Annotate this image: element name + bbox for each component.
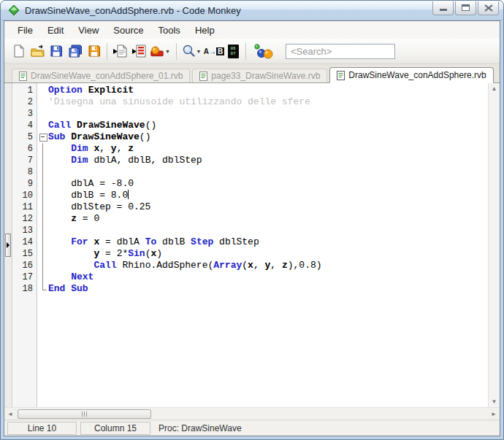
code-segment: = dblA <box>99 236 145 247</box>
vertical-scrollbar[interactable]: ▲ ▼ <box>488 83 500 407</box>
run-script-button[interactable] <box>129 42 148 61</box>
splitter-handle[interactable] <box>5 233 11 257</box>
code-line-7[interactable]: Dim dblA, dblB, dblStep <box>48 155 488 166</box>
code-segment: DrawSineWave <box>71 131 140 142</box>
scroll-up-icon[interactable]: ▲ <box>489 83 500 94</box>
menu-source[interactable]: Source <box>106 23 150 38</box>
line-number[interactable]: 7 <box>13 155 37 166</box>
code-line-1[interactable]: Option Explicit <box>48 85 488 96</box>
horizontal-scroll-thumb[interactable] <box>18 409 151 419</box>
code-line-2[interactable]: 'Disegna una sinusoide utilizzando delle… <box>48 96 488 108</box>
line-number[interactable]: 5 <box>13 131 37 143</box>
line-number[interactable]: 10 <box>13 190 37 201</box>
code-segment: , <box>99 143 111 154</box>
line-number[interactable]: 1 <box>13 85 37 96</box>
code-segment: Sub <box>71 283 88 294</box>
save-button[interactable] <box>47 42 66 61</box>
code-segment: x <box>248 260 253 271</box>
thumb-grip <box>84 412 85 417</box>
close-button[interactable] <box>478 1 499 15</box>
fold-margin-cell <box>38 283 47 295</box>
code-line-11[interactable]: dblStep = 0.25 <box>48 201 488 213</box>
code-monkey-status-button[interactable] <box>249 42 278 61</box>
fold-margin-cell <box>38 120 47 131</box>
scroll-down-icon[interactable]: ▼ <box>489 396 500 407</box>
line-number[interactable]: 4 <box>13 120 37 131</box>
fold-margin-cell <box>38 236 47 248</box>
line-number[interactable]: 2 <box>13 96 37 108</box>
new-file-button[interactable] <box>9 42 28 61</box>
find-button[interactable]: ▼ <box>180 42 205 61</box>
title-bar[interactable]: DrawSineWave_conAddSphere.rvb - Code Mon… <box>1 1 503 20</box>
code-segment: End <box>48 283 65 294</box>
line-number[interactable]: 15 <box>13 248 37 260</box>
code-line-6[interactable]: Dim x, y, z <box>48 143 488 155</box>
run-dropdown-icon[interactable]: ▼ <box>163 49 172 54</box>
fold-margin-cell <box>38 166 47 178</box>
horizontal-scrollbar[interactable]: ◄ ► <box>4 407 500 420</box>
run-in-rhino-button[interactable]: ▼ <box>148 42 173 61</box>
replace-button[interactable]: A→B <box>205 42 224 61</box>
line-number[interactable]: 14 <box>13 236 37 248</box>
menu-view[interactable]: View <box>71 23 106 38</box>
code-line-12[interactable]: z = 0 <box>48 213 488 225</box>
code-lines[interactable]: Option Explicit'Disegna una sinusoide ut… <box>48 85 488 407</box>
code-line-17[interactable]: Next <box>48 271 488 283</box>
code-line-9[interactable]: dblA = -8.0 <box>48 178 488 190</box>
save-as-button[interactable] <box>85 42 104 61</box>
tab-drawsinewave-conaddsphere[interactable]: DrawSineWave_conAddSphere.rvb <box>329 67 493 83</box>
code-line-5[interactable]: Sub DrawSineWave() <box>48 131 488 143</box>
line-number[interactable]: 6 <box>13 143 37 155</box>
status-line-indicator: Line 10 <box>7 422 77 435</box>
fold-collapse-button[interactable] <box>38 131 47 143</box>
line-number[interactable]: 18 <box>13 283 37 295</box>
open-file-button[interactable] <box>28 42 47 61</box>
line-number[interactable]: 8 <box>13 166 37 178</box>
load-script-button[interactable] <box>110 42 129 61</box>
maximize-button[interactable] <box>455 1 476 15</box>
maximize-icon <box>462 4 470 11</box>
code-segment <box>48 236 71 247</box>
line-number[interactable]: 16 <box>13 260 37 271</box>
code-segment: ) <box>156 248 162 259</box>
tab-drawsinewave-conaddsphere-01[interactable]: DrawSineWave_conAddSphere_01.rvb <box>12 69 190 82</box>
code-line-4[interactable]: Call DrawSineWave() <box>48 120 488 131</box>
code-line-3[interactable] <box>48 108 488 120</box>
code-segment: Dim <box>71 143 88 154</box>
find-dropdown-icon[interactable]: ▼ <box>194 49 204 54</box>
tab-page33-drawsinewave[interactable]: page33_DrawSineWave.rvb <box>192 69 327 82</box>
line-number[interactable]: 12 <box>13 213 37 225</box>
tab-bar: DrawSineWave_conAddSphere_01.rvb page33_… <box>4 64 500 83</box>
code-line-16[interactable]: Call Rhino.AddSphere(Array(x, y, z),0.8) <box>48 260 488 271</box>
code-segment: Sub <box>48 131 65 142</box>
menu-help[interactable]: Help <box>188 23 222 38</box>
code-line-8[interactable] <box>48 166 488 178</box>
code-line-14[interactable]: For x = dblA To dblB Step dblStep <box>48 236 488 248</box>
minimize-button[interactable] <box>432 1 454 15</box>
line-number[interactable]: 17 <box>13 271 37 283</box>
code-segment: dblA = -8.0 <box>48 178 134 189</box>
code-segment: Rhino.AddSphere( <box>117 260 214 271</box>
line-number[interactable]: 3 <box>13 108 37 120</box>
menu-edit[interactable]: Edit <box>40 23 71 38</box>
line-number[interactable]: 9 <box>13 178 37 190</box>
goto-line-button[interactable]: 06 07 <box>224 42 243 61</box>
menu-file[interactable]: File <box>10 23 40 38</box>
search-input[interactable] <box>286 44 395 59</box>
code-line-18[interactable]: End Sub <box>48 283 488 295</box>
scroll-left-icon[interactable]: ◄ <box>4 408 16 420</box>
scroll-right-icon[interactable]: ► <box>488 408 500 420</box>
run-in-rhino-icon <box>149 44 164 58</box>
menu-tools[interactable]: Tools <box>151 23 188 38</box>
line-number[interactable]: 11 <box>13 201 37 213</box>
fold-margin-cell <box>38 271 47 283</box>
code-line-10[interactable]: dblB = 8.0 <box>48 190 488 201</box>
save-all-button[interactable] <box>66 42 85 61</box>
code-editor[interactable]: 123456789101112131415161718 Option Expli… <box>4 83 500 407</box>
code-segment <box>48 155 71 166</box>
open-folder-icon <box>30 44 45 58</box>
code-line-15[interactable]: y = 2*Sin(x) <box>48 248 488 260</box>
line-number[interactable]: 13 <box>13 225 37 236</box>
script-file-icon <box>19 72 27 81</box>
code-line-13[interactable] <box>48 225 488 236</box>
